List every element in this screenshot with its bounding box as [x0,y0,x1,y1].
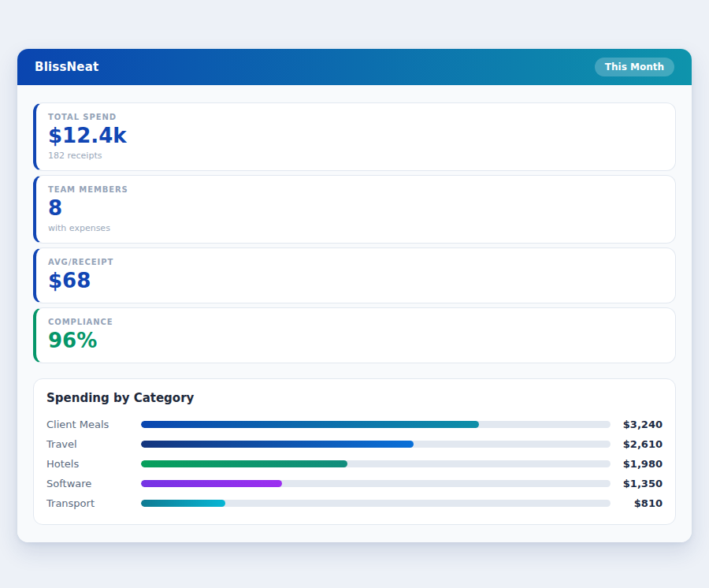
category-label: Software [46,478,141,489]
stat-subtext: 182 receipts [48,151,663,161]
bar-track [141,441,611,448]
category-label: Hotels [46,458,141,470]
chart-row: Software $1,350 [46,474,663,493]
category-label: Travel [46,438,141,450]
spending-by-category-chart: Spending by Category Client Meals $3,240… [33,378,676,525]
stat-card-compliance: COMPLIANCE 96% [33,307,676,363]
category-label: Transport [46,497,141,509]
app-header: BlissNeat This Month [17,49,692,85]
category-value: $810 [611,497,663,509]
period-badge[interactable]: This Month [595,58,674,76]
stat-value: $12.4k [48,125,663,148]
bar-fill [141,460,347,467]
bar-fill [141,441,414,448]
stat-card-team-members: TEAM MEMBERS 8 with expenses [33,175,676,244]
stat-value: 96% [48,329,663,353]
stat-label: TEAM MEMBERS [48,185,663,194]
dashboard-body: TOTAL SPEND $12.4k 182 receipts TEAM MEM… [17,85,692,542]
stat-card-total-spend: TOTAL SPEND $12.4k 182 receipts [33,102,676,171]
category-label: Client Meals [46,419,141,430]
dashboard-panel: BlissNeat This Month TOTAL SPEND $12.4k … [17,49,692,542]
chart-row: Client Meals $3,240 [46,415,663,434]
stat-value: 8 [48,197,663,221]
app-title: BlissNeat [35,60,98,74]
bar-track [141,460,611,467]
bar-track [141,480,611,487]
stat-label: TOTAL SPEND [48,113,663,121]
chart-title: Spending by Category [46,391,663,405]
stat-label: AVG/RECEIPT [48,258,663,266]
stat-value: $68 [48,270,663,293]
bar-fill [141,500,225,507]
bar-fill [141,480,282,487]
category-value: $3,240 [611,419,663,430]
chart-row: Travel $2,610 [46,434,663,454]
category-value: $1,350 [611,478,663,489]
chart-row: Hotels $1,980 [46,454,663,474]
chart-row: Transport $810 [46,493,663,513]
category-value: $1,980 [611,458,663,470]
stat-card-avg-receipt: AVG/RECEIPT $68 [33,247,676,303]
bar-track [141,500,611,507]
bar-track [141,421,611,428]
category-value: $2,610 [611,438,663,450]
stat-subtext: with expenses [48,223,663,233]
bar-fill [141,421,479,428]
stat-label: COMPLIANCE [48,318,663,326]
